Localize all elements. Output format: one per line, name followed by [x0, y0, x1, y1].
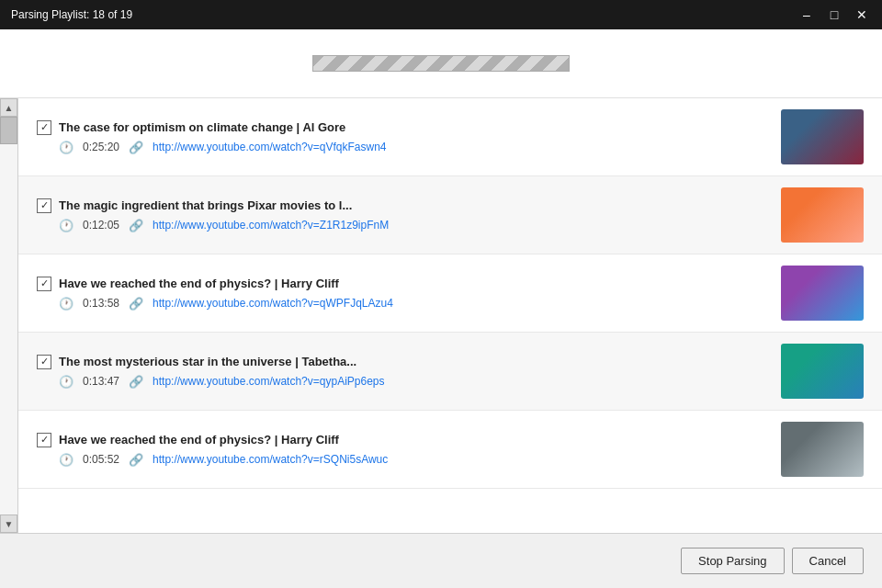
scroll-down-arrow[interactable]: ▼ [0, 514, 17, 533]
item-title-1: The case for optimism on climate change … [59, 120, 345, 134]
item-url-4[interactable]: http://www.youtube.com/watch?v=qypAiPp6e… [153, 375, 384, 388]
progress-bar-container [312, 55, 570, 72]
item-url-5[interactable]: http://www.youtube.com/watch?v=rSQNi5sAw… [153, 453, 388, 466]
item-title-row: ✓ The most mysterious star in the univer… [37, 355, 770, 369]
link-icon: 🔗 [129, 297, 143, 311]
scroll-sidebar: ▲ ▼ [0, 98, 18, 533]
item-content-3: ✓ Have we reached the end of physics? | … [37, 277, 770, 311]
progress-area [0, 29, 882, 98]
progress-bar-stripes [313, 56, 569, 71]
clock-icon: 🕐 [59, 297, 74, 311]
item-url-3[interactable]: http://www.youtube.com/watch?v=qWPFJqLAz… [153, 297, 393, 310]
item-checkbox-1[interactable]: ✓ [37, 120, 51, 135]
item-duration-3: 0:13:58 [83, 297, 119, 310]
list-item: ✓ The case for optimism on climate chang… [18, 98, 882, 176]
title-bar: Parsing Playlist: 18 of 19 – □ ✕ [0, 0, 882, 29]
item-meta-row: 🕐 0:25:20 🔗 http://www.youtube.com/watch… [59, 141, 770, 154]
item-content-1: ✓ The case for optimism on climate chang… [37, 120, 770, 154]
item-content-4: ✓ The most mysterious star in the univer… [37, 355, 770, 389]
scroll-track[interactable] [0, 117, 17, 514]
scroll-up-arrow[interactable]: ▲ [0, 98, 17, 117]
item-duration-2: 0:12:05 [83, 219, 119, 232]
item-content-5: ✓ Have we reached the end of physics? | … [37, 433, 770, 467]
item-meta-row: 🕐 0:13:58 🔗 http://www.youtube.com/watch… [59, 297, 770, 311]
item-checkbox-5[interactable]: ✓ [37, 433, 51, 447]
link-icon: 🔗 [129, 453, 143, 467]
item-title-row: ✓ Have we reached the end of physics? | … [37, 433, 770, 447]
close-button[interactable]: ✕ [849, 4, 875, 26]
playlist-area: ✓ The case for optimism on climate chang… [18, 98, 882, 533]
item-title-row: ✓ The case for optimism on climate chang… [37, 120, 770, 135]
item-thumbnail-5 [781, 422, 864, 477]
item-url-2[interactable]: http://www.youtube.com/watch?v=Z1R1z9ipF… [153, 219, 389, 232]
item-title-3: Have we reached the end of physics? | Ha… [59, 277, 339, 290]
item-content-2: ✓ The magic ingredient that brings Pixar… [37, 198, 770, 232]
item-checkbox-3[interactable]: ✓ [37, 277, 51, 291]
item-title-4: The most mysterious star in the universe… [59, 355, 356, 368]
scroll-thumb[interactable] [0, 117, 17, 144]
clock-icon: 🕐 [59, 219, 74, 232]
item-title-row: ✓ The magic ingredient that brings Pixar… [37, 198, 770, 213]
link-icon: 🔗 [129, 375, 143, 389]
item-meta-row: 🕐 0:13:47 🔗 http://www.youtube.com/watch… [59, 375, 770, 389]
item-title-row: ✓ Have we reached the end of physics? | … [37, 277, 770, 291]
item-checkbox-4[interactable]: ✓ [37, 355, 51, 369]
item-thumbnail-4 [781, 344, 864, 399]
item-duration-5: 0:05:52 [83, 453, 119, 466]
stop-parsing-button[interactable]: Stop Parsing [681, 548, 784, 574]
item-meta-row: 🕐 0:12:05 🔗 http://www.youtube.com/watch… [59, 219, 770, 232]
cancel-button[interactable]: Cancel [792, 548, 864, 574]
clock-icon: 🕐 [59, 453, 74, 467]
list-item: ✓ The most mysterious star in the univer… [18, 333, 882, 411]
item-title-2: The magic ingredient that brings Pixar m… [59, 198, 352, 212]
clock-icon: 🕐 [59, 141, 74, 154]
link-icon: 🔗 [129, 141, 143, 154]
link-icon: 🔗 [129, 219, 143, 232]
maximize-button[interactable]: □ [821, 4, 847, 26]
title-bar-text: Parsing Playlist: 18 of 19 [11, 8, 132, 21]
clock-icon: 🕐 [59, 375, 74, 389]
item-meta-row: 🕐 0:05:52 🔗 http://www.youtube.com/watch… [59, 453, 770, 467]
title-bar-controls: – □ ✕ [794, 4, 875, 26]
footer: Stop Parsing Cancel [0, 533, 882, 588]
item-duration-4: 0:13:47 [83, 375, 119, 388]
list-item: ✓ Have we reached the end of physics? | … [18, 411, 882, 489]
item-thumbnail-2 [781, 187, 864, 243]
list-item: ✓ The magic ingredient that brings Pixar… [18, 176, 882, 254]
item-duration-1: 0:25:20 [83, 141, 119, 153]
item-thumbnail-3 [781, 266, 864, 321]
item-checkbox-2[interactable]: ✓ [37, 198, 51, 213]
list-item: ✓ Have we reached the end of physics? | … [18, 254, 882, 333]
item-thumbnail-1 [781, 109, 864, 164]
item-url-1[interactable]: http://www.youtube.com/watch?v=qVfqkFasw… [153, 141, 386, 153]
item-title-5: Have we reached the end of physics? | Ha… [59, 433, 339, 447]
main-content: ▲ ▼ ✓ The case for optimism on climate c… [0, 98, 882, 533]
minimize-button[interactable]: – [794, 4, 820, 26]
